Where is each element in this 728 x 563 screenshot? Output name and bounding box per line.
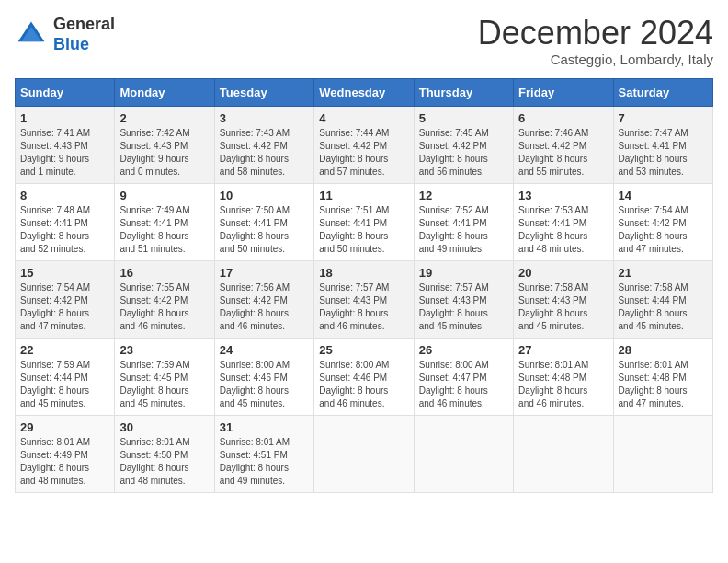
day-number: 2 (119, 111, 209, 125)
calendar-cell: 11Sunrise: 7:51 AM Sunset: 4:41 PM Dayli… (314, 183, 414, 260)
calendar-cell: 15Sunrise: 7:54 AM Sunset: 4:42 PM Dayli… (16, 260, 115, 338)
day-info: Sunrise: 7:51 AM Sunset: 4:41 PM Dayligh… (319, 204, 408, 256)
logo: GeneralBlue (15, 15, 115, 54)
calendar-cell: 27Sunrise: 8:01 AM Sunset: 4:48 PM Dayli… (514, 338, 613, 415)
calendar-cell: 16Sunrise: 7:55 AM Sunset: 4:42 PM Dayli… (115, 260, 214, 338)
calendar-cell: 25Sunrise: 8:00 AM Sunset: 4:46 PM Dayli… (314, 338, 414, 415)
day-info: Sunrise: 8:01 AM Sunset: 4:50 PM Dayligh… (119, 436, 209, 488)
day-number: 7 (619, 111, 708, 125)
day-number: 3 (220, 111, 309, 125)
day-header-saturday: Saturday (613, 78, 712, 106)
day-info: Sunrise: 7:59 AM Sunset: 4:45 PM Dayligh… (119, 359, 209, 410)
calendar-cell: 22Sunrise: 7:59 AM Sunset: 4:44 PM Dayli… (16, 338, 115, 415)
day-header-tuesday: Tuesday (214, 78, 313, 106)
day-number: 24 (220, 343, 309, 357)
day-info: Sunrise: 7:47 AM Sunset: 4:41 PM Dayligh… (619, 127, 708, 178)
calendar-week-row: 1Sunrise: 7:41 AM Sunset: 4:43 PM Daylig… (16, 106, 713, 183)
day-number: 29 (20, 420, 109, 434)
calendar-cell (314, 415, 414, 492)
day-number: 5 (419, 111, 508, 125)
day-info: Sunrise: 7:42 AM Sunset: 4:43 PM Dayligh… (119, 127, 209, 178)
day-info: Sunrise: 8:00 AM Sunset: 4:46 PM Dayligh… (319, 359, 408, 410)
calendar-cell: 24Sunrise: 8:00 AM Sunset: 4:46 PM Dayli… (214, 338, 313, 415)
day-info: Sunrise: 7:53 AM Sunset: 4:41 PM Dayligh… (518, 204, 608, 256)
day-info: Sunrise: 7:54 AM Sunset: 4:42 PM Dayligh… (20, 282, 109, 333)
calendar-cell (613, 415, 712, 492)
day-number: 9 (119, 189, 209, 202)
location-subtitle: Casteggio, Lombardy, Italy (478, 52, 713, 67)
day-number: 12 (419, 189, 508, 202)
day-header-thursday: Thursday (414, 78, 513, 106)
day-number: 28 (619, 343, 708, 357)
day-info: Sunrise: 7:48 AM Sunset: 4:41 PM Dayligh… (20, 204, 109, 256)
day-info: Sunrise: 8:00 AM Sunset: 4:47 PM Dayligh… (419, 359, 508, 410)
day-header-friday: Friday (514, 78, 613, 106)
calendar-header-row: SundayMondayTuesdayWednesdayThursdayFrid… (16, 78, 713, 106)
day-info: Sunrise: 8:00 AM Sunset: 4:46 PM Dayligh… (220, 359, 309, 410)
day-number: 10 (220, 189, 309, 202)
calendar-cell: 5Sunrise: 7:45 AM Sunset: 4:42 PM Daylig… (414, 106, 513, 183)
day-number: 6 (518, 111, 608, 125)
day-number: 31 (220, 420, 309, 434)
calendar-week-row: 22Sunrise: 7:59 AM Sunset: 4:44 PM Dayli… (16, 338, 713, 415)
calendar-cell: 28Sunrise: 8:01 AM Sunset: 4:48 PM Dayli… (613, 338, 712, 415)
calendar-cell: 20Sunrise: 7:58 AM Sunset: 4:43 PM Dayli… (514, 260, 613, 338)
calendar-cell: 10Sunrise: 7:50 AM Sunset: 4:41 PM Dayli… (214, 183, 313, 260)
calendar-week-row: 15Sunrise: 7:54 AM Sunset: 4:42 PM Dayli… (16, 260, 713, 338)
day-number: 18 (319, 266, 408, 280)
day-info: Sunrise: 7:49 AM Sunset: 4:41 PM Dayligh… (119, 204, 209, 256)
calendar-cell: 26Sunrise: 8:00 AM Sunset: 4:47 PM Dayli… (414, 338, 513, 415)
calendar-cell: 31Sunrise: 8:01 AM Sunset: 4:51 PM Dayli… (214, 415, 313, 492)
day-number: 16 (119, 266, 209, 280)
calendar-cell: 7Sunrise: 7:47 AM Sunset: 4:41 PM Daylig… (613, 106, 712, 183)
calendar-cell: 4Sunrise: 7:44 AM Sunset: 4:42 PM Daylig… (314, 106, 414, 183)
day-info: Sunrise: 8:01 AM Sunset: 4:51 PM Dayligh… (220, 436, 309, 488)
calendar-cell: 1Sunrise: 7:41 AM Sunset: 4:43 PM Daylig… (16, 106, 115, 183)
calendar-week-row: 8Sunrise: 7:48 AM Sunset: 4:41 PM Daylig… (16, 183, 713, 260)
day-number: 20 (518, 266, 608, 280)
day-info: Sunrise: 7:58 AM Sunset: 4:44 PM Dayligh… (619, 282, 708, 333)
calendar-cell: 3Sunrise: 7:43 AM Sunset: 4:42 PM Daylig… (214, 106, 313, 183)
day-info: Sunrise: 7:46 AM Sunset: 4:42 PM Dayligh… (518, 127, 608, 178)
calendar-cell: 6Sunrise: 7:46 AM Sunset: 4:42 PM Daylig… (514, 106, 613, 183)
day-info: Sunrise: 8:01 AM Sunset: 4:48 PM Dayligh… (619, 359, 708, 410)
day-number: 19 (419, 266, 508, 280)
day-info: Sunrise: 7:41 AM Sunset: 4:43 PM Dayligh… (20, 127, 109, 178)
day-info: Sunrise: 7:43 AM Sunset: 4:42 PM Dayligh… (220, 127, 309, 178)
day-number: 21 (619, 266, 708, 280)
title-block: December 2024 Casteggio, Lombardy, Italy (478, 15, 713, 67)
day-number: 1 (20, 111, 109, 125)
calendar-cell: 30Sunrise: 8:01 AM Sunset: 4:50 PM Dayli… (115, 415, 214, 492)
day-number: 14 (619, 189, 708, 202)
day-info: Sunrise: 7:54 AM Sunset: 4:42 PM Dayligh… (619, 204, 708, 256)
day-number: 22 (20, 343, 109, 357)
day-info: Sunrise: 7:58 AM Sunset: 4:43 PM Dayligh… (518, 282, 608, 333)
logo-icon (15, 18, 48, 52)
day-number: 17 (220, 266, 309, 280)
day-number: 30 (119, 420, 209, 434)
calendar-cell: 9Sunrise: 7:49 AM Sunset: 4:41 PM Daylig… (115, 183, 214, 260)
calendar-cell: 12Sunrise: 7:52 AM Sunset: 4:41 PM Dayli… (414, 183, 513, 260)
day-info: Sunrise: 7:56 AM Sunset: 4:42 PM Dayligh… (220, 282, 309, 333)
day-header-sunday: Sunday (16, 78, 115, 106)
day-number: 4 (319, 111, 408, 125)
day-info: Sunrise: 7:57 AM Sunset: 4:43 PM Dayligh… (319, 282, 408, 333)
day-number: 15 (20, 266, 109, 280)
calendar-cell: 29Sunrise: 8:01 AM Sunset: 4:49 PM Dayli… (16, 415, 115, 492)
calendar-table: SundayMondayTuesdayWednesdayThursdayFrid… (15, 78, 713, 493)
calendar-cell (514, 415, 613, 492)
day-number: 8 (20, 189, 109, 202)
day-number: 27 (518, 343, 608, 357)
day-header-wednesday: Wednesday (314, 78, 414, 106)
calendar-cell: 18Sunrise: 7:57 AM Sunset: 4:43 PM Dayli… (314, 260, 414, 338)
calendar-cell: 17Sunrise: 7:56 AM Sunset: 4:42 PM Dayli… (214, 260, 313, 338)
calendar-cell: 21Sunrise: 7:58 AM Sunset: 4:44 PM Dayli… (613, 260, 712, 338)
logo-text: GeneralBlue (53, 15, 115, 54)
page-header: GeneralBlue December 2024 Casteggio, Lom… (15, 15, 713, 67)
calendar-cell: 13Sunrise: 7:53 AM Sunset: 4:41 PM Dayli… (514, 183, 613, 260)
day-number: 11 (319, 189, 408, 202)
calendar-cell (414, 415, 513, 492)
calendar-cell: 19Sunrise: 7:57 AM Sunset: 4:43 PM Dayli… (414, 260, 513, 338)
day-number: 13 (518, 189, 608, 202)
calendar-week-row: 29Sunrise: 8:01 AM Sunset: 4:49 PM Dayli… (16, 415, 713, 492)
